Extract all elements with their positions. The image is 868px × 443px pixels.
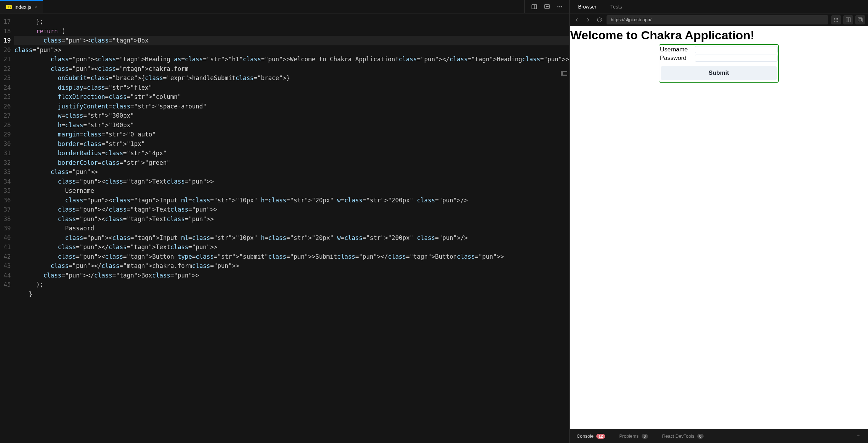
reload-icon[interactable]: [595, 16, 604, 24]
url-input[interactable]: https://sfjpi.csb.app/: [607, 15, 828, 24]
login-form: Username Password Submit: [659, 44, 779, 83]
tab-browser[interactable]: Browser: [578, 4, 596, 10]
svg-point-4: [557, 6, 558, 7]
code-area[interactable]: }; return ( class="pun"><class="tagn">Bo…: [14, 13, 569, 443]
svg-point-11: [834, 19, 835, 20]
svg-point-15: [836, 21, 837, 22]
svg-rect-20: [858, 18, 861, 21]
problems-count-badge: 0: [642, 434, 648, 439]
devtools-label: React DevTools: [662, 433, 694, 439]
svg-point-14: [834, 21, 835, 22]
svg-point-10: [837, 18, 838, 19]
app-grid-icon[interactable]: [831, 15, 841, 24]
editor-pane: JS index.js × 17181920212223242526272829…: [0, 0, 570, 443]
js-badge-icon: JS: [6, 5, 12, 9]
password-input[interactable]: [695, 55, 778, 62]
editor-tabbar: JS index.js ×: [0, 0, 569, 13]
code-editor[interactable]: 1718192021222324252627282930313233343536…: [0, 13, 569, 443]
console-count-badge: 12: [596, 434, 605, 439]
react-devtools-tab[interactable]: React DevTools 0: [662, 433, 704, 439]
devtools-count-badge: 0: [697, 434, 704, 439]
preview-iframe[interactable]: Welcome to Chakra Application! Username …: [570, 26, 868, 429]
svg-point-5: [559, 6, 560, 7]
editor-toolbar: [524, 0, 569, 13]
bottom-panel-tabs: Console 12 Problems 0 React DevTools 0: [570, 429, 868, 443]
preview-icon[interactable]: [544, 4, 550, 10]
password-label: Password: [660, 55, 691, 62]
svg-point-6: [561, 6, 562, 7]
svg-point-8: [834, 18, 835, 19]
editor-tab-index-js[interactable]: JS index.js ×: [0, 0, 43, 13]
editor-tab-label: index.js: [15, 4, 31, 10]
svg-rect-18: [849, 18, 850, 22]
split-editor-icon[interactable]: [531, 4, 537, 10]
svg-rect-19: [859, 18, 862, 22]
console-label: Console: [577, 433, 594, 439]
svg-marker-3: [546, 6, 548, 7]
preview-pane: Browser Tests https://sfjpi.csb.app/ Wel…: [570, 0, 868, 443]
address-bar: https://sfjpi.csb.app/: [570, 13, 868, 26]
tab-tests[interactable]: Tests: [610, 4, 622, 10]
console-tab[interactable]: Console 12: [577, 433, 605, 439]
forward-icon[interactable]: [584, 16, 592, 24]
submit-button[interactable]: Submit: [661, 66, 777, 80]
svg-point-12: [836, 19, 837, 20]
page-heading: Welcome to Chakra Application!: [570, 28, 867, 42]
line-number-gutter: 1718192021222324252627282930313233343536…: [0, 13, 14, 443]
username-input[interactable]: [695, 46, 778, 53]
problems-label: Problems: [619, 433, 639, 439]
svg-point-13: [837, 19, 838, 20]
problems-tab[interactable]: Problems 0: [619, 433, 648, 439]
svg-rect-17: [846, 18, 848, 22]
close-icon[interactable]: ×: [34, 4, 37, 10]
chevron-up-icon[interactable]: [856, 433, 861, 439]
username-label: Username: [660, 46, 691, 53]
svg-point-9: [836, 18, 837, 19]
back-icon[interactable]: [573, 16, 581, 24]
preview-tabbar: Browser Tests: [570, 0, 868, 13]
more-icon[interactable]: [557, 4, 563, 10]
open-new-window-icon[interactable]: [855, 15, 865, 24]
svg-point-16: [837, 21, 838, 22]
layout-icon[interactable]: [843, 15, 853, 24]
